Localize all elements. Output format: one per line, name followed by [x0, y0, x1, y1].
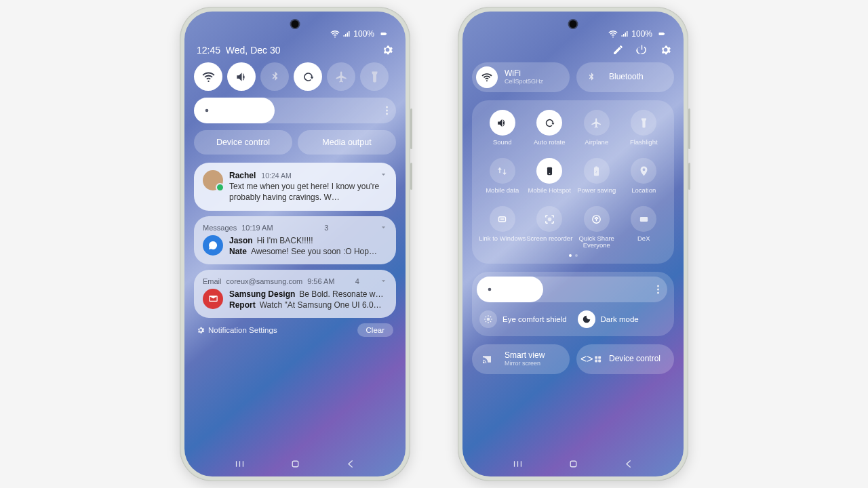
home-icon[interactable] — [568, 458, 579, 470]
battery-text: 100% — [631, 29, 652, 39]
notif-time: 10:24 AM — [261, 171, 291, 180]
dex-icon — [631, 206, 656, 232]
battery-text: 100% — [353, 29, 374, 39]
qs-tile[interactable]: Quick Share Everyone — [573, 206, 620, 250]
qs-tile[interactable]: Auto rotate — [526, 110, 574, 154]
home-icon[interactable] — [290, 458, 301, 470]
device-control-button[interactable]: Device control — [194, 130, 292, 155]
pencil-icon[interactable] — [612, 44, 624, 56]
eye-comfort-toggle[interactable]: Eye comfort shield — [477, 308, 570, 329]
notif-time: 9:56 AM — [307, 277, 334, 285]
wifi-icon — [476, 66, 498, 88]
qs-airplane[interactable] — [327, 62, 355, 91]
bluetooth-chip[interactable]: Bluetooth — [576, 62, 674, 92]
qs-tile[interactable]: Airplane — [573, 110, 620, 154]
link-icon — [490, 206, 515, 232]
gear-icon[interactable] — [660, 44, 671, 56]
qs-tile[interactable]: Mobile Hotspot — [526, 158, 574, 202]
tile-label: Mobile data — [486, 187, 519, 202]
messages-icon — [203, 235, 223, 256]
battery-icon — [377, 30, 389, 38]
data-icon — [490, 158, 515, 184]
phone-left: 100% 12:45 Wed, Dec 30 — [180, 7, 410, 481]
grid-icon: <> — [580, 348, 602, 370]
screen-notifications: 100% 12:45 Wed, Dec 30 — [184, 12, 406, 476]
qs-wifi[interactable] — [194, 62, 222, 91]
quick-settings-row — [194, 62, 396, 91]
qs-tile[interactable]: Screen recorder — [526, 206, 574, 250]
chevron-down-icon[interactable] — [380, 277, 387, 286]
svg-rect-15 — [570, 461, 576, 467]
notification-card[interactable]: Rachel 10:24 AM Text me when you get her… — [194, 163, 396, 211]
dark-mode-toggle[interactable]: Dark mode — [575, 308, 668, 329]
qs-tile[interactable]: Flashlight — [620, 110, 668, 154]
wifi-icon — [608, 29, 618, 39]
brightness-slider[interactable] — [194, 98, 396, 123]
wifi-icon — [330, 29, 340, 39]
power-icon[interactable] — [636, 44, 648, 56]
clear-button[interactable]: Clear — [357, 323, 393, 337]
qs-flashlight[interactable] — [360, 62, 389, 91]
qs-tile[interactable]: Power saving — [573, 158, 620, 202]
qs-tile[interactable]: DeX — [620, 206, 668, 250]
tile-label: Mobile Hotspot — [528, 187, 571, 202]
recents-icon[interactable] — [234, 458, 245, 470]
qs-tile[interactable]: Mobile data — [479, 158, 526, 202]
wifi-chip[interactable]: WiFiCellSpot5GHz — [472, 62, 570, 92]
cast-icon — [476, 348, 498, 370]
tile-label: Power saving — [577, 187, 616, 202]
tile-label: Airplane — [585, 139, 608, 154]
notification-settings-link[interactable]: Notification Settings — [197, 326, 277, 334]
quick-settings-panel: SoundAuto rotateAirplaneFlashlightMobile… — [472, 100, 674, 264]
share-icon — [584, 206, 610, 232]
qs-tile[interactable]: Sound — [479, 110, 526, 154]
sun-icon — [479, 310, 497, 328]
bluetooth-icon — [580, 66, 602, 88]
tile-label: Link to Windows — [479, 235, 526, 250]
screen-quick-settings: 100% WiFiCellSpot5GHz Bluetooth — [462, 12, 684, 476]
notif-count: 4 — [355, 277, 359, 285]
gear-icon[interactable] — [382, 44, 393, 56]
more-icon[interactable] — [657, 285, 659, 294]
signal-icon — [342, 30, 351, 38]
notification-card[interactable]: Email coreux@samsung.com 9:56 AM 4 Samsu… — [194, 270, 396, 318]
smart-view-chip[interactable]: Smart viewMirror screen — [472, 344, 570, 374]
tile-label: Flashlight — [630, 139, 658, 154]
status-bar: 100% — [608, 29, 667, 39]
back-icon[interactable] — [623, 458, 635, 470]
notification-card[interactable]: Messages 10:19 AM 3 JasonHi I'm BACK!!!!… — [194, 216, 396, 264]
device-control-chip[interactable]: <> Device control — [576, 344, 674, 374]
qs-sound[interactable] — [227, 62, 256, 91]
media-output-button[interactable]: Media output — [298, 130, 396, 155]
qs-tile[interactable]: Location — [620, 158, 668, 202]
notif-addr: coreux@samsung.com — [226, 277, 303, 285]
battery-icon — [655, 30, 667, 38]
notif-sender: Rachel — [229, 170, 256, 181]
chevron-down-icon[interactable] — [380, 170, 387, 181]
more-icon[interactable] — [386, 106, 388, 115]
notif-app: Email — [203, 277, 222, 285]
signal-icon — [620, 30, 629, 38]
tile-label: Location — [631, 187, 656, 202]
power-icon — [584, 158, 610, 184]
camera-hole — [570, 20, 577, 28]
tile-label: Auto rotate — [534, 139, 565, 154]
chevron-down-icon[interactable] — [380, 224, 387, 232]
moon-icon — [578, 310, 595, 328]
back-icon[interactable] — [345, 458, 357, 470]
phone-right: 100% WiFiCellSpot5GHz Bluetooth — [458, 7, 688, 481]
tile-label: Sound — [493, 139, 511, 154]
recents-icon[interactable] — [512, 458, 524, 470]
tile-label: DeX — [637, 235, 650, 250]
brightness-slider[interactable] — [477, 277, 667, 302]
hotspot-icon — [536, 158, 562, 184]
torch-icon — [631, 110, 656, 136]
qs-tile[interactable]: Link to Windows — [479, 206, 526, 250]
navigation-bar — [462, 458, 684, 470]
location-icon — [631, 158, 656, 184]
qs-rotate[interactable] — [294, 62, 322, 91]
qs-bluetooth[interactable] — [260, 62, 289, 91]
notif-count: 3 — [324, 224, 328, 232]
status-bar: 100% — [330, 29, 389, 39]
notif-body: Text me when you get here! I know you're… — [229, 181, 387, 203]
